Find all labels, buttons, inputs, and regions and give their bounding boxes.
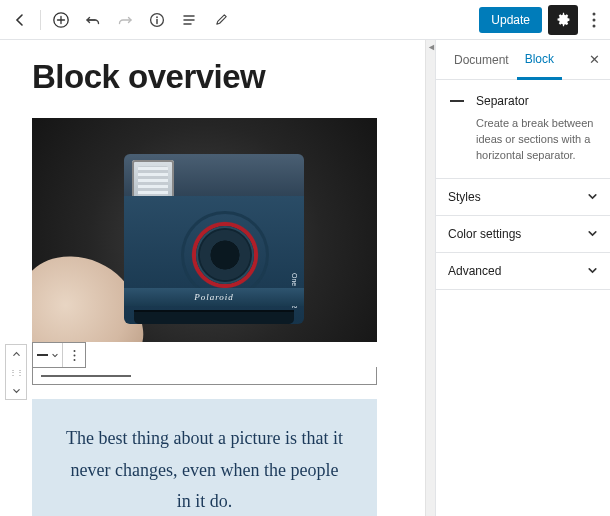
back-icon[interactable]	[6, 6, 34, 34]
image-block[interactable]: One Step 2 Polaroid	[32, 118, 377, 342]
svg-point-6	[73, 350, 75, 352]
move-up-button[interactable]	[6, 345, 26, 363]
block-info-panel: Separator Create a break between ideas o…	[436, 80, 610, 179]
panel-color-settings[interactable]: Color settings	[436, 216, 610, 253]
collapse-sidebar-icon[interactable]: ◄	[427, 42, 436, 52]
block-mover: ⋮⋮	[5, 344, 27, 400]
chevron-down-icon	[587, 228, 598, 239]
info-icon[interactable]	[143, 6, 171, 34]
tab-document[interactable]: Document	[446, 40, 517, 79]
svg-point-7	[73, 354, 75, 356]
separator-line	[41, 375, 131, 377]
chevron-down-icon	[587, 265, 598, 276]
svg-point-2	[156, 16, 158, 18]
update-button[interactable]: Update	[479, 7, 542, 33]
block-more-button[interactable]	[63, 343, 85, 367]
svg-point-3	[593, 12, 596, 15]
close-sidebar-button[interactable]: ✕	[583, 52, 606, 67]
move-down-button[interactable]	[6, 381, 26, 399]
quote-block[interactable]: The best thing about a picture is that i…	[32, 399, 377, 516]
svg-point-5	[593, 24, 596, 27]
more-menu-icon[interactable]	[584, 6, 604, 34]
block-toolbar	[32, 342, 86, 368]
tab-block[interactable]: Block	[517, 41, 562, 80]
separator-icon	[448, 92, 466, 110]
edit-icon[interactable]	[207, 6, 235, 34]
redo-icon[interactable]	[111, 6, 139, 34]
settings-sidebar: Document Block ✕ Separator Create a brea…	[435, 40, 610, 516]
undo-icon[interactable]	[79, 6, 107, 34]
block-name: Separator	[476, 94, 529, 108]
drag-handle-icon[interactable]: ⋮⋮	[6, 363, 26, 381]
svg-point-8	[73, 359, 75, 361]
scrollbar-gutter[interactable]: ◄	[425, 40, 435, 516]
chevron-down-icon	[587, 191, 598, 202]
editor-canvas[interactable]: Block overview One Step 2 Pol	[0, 40, 425, 516]
page-title[interactable]: Block overview	[32, 58, 393, 96]
separator-block[interactable]	[32, 367, 377, 385]
panel-styles[interactable]: Styles	[436, 179, 610, 216]
add-block-icon[interactable]	[47, 6, 75, 34]
block-type-button[interactable]	[33, 343, 63, 367]
svg-point-4	[593, 18, 596, 21]
block-description: Create a break between ideas or sections…	[448, 116, 598, 164]
panel-advanced[interactable]: Advanced	[436, 253, 610, 290]
settings-button[interactable]	[548, 5, 578, 35]
outline-icon[interactable]	[175, 6, 203, 34]
top-toolbar: Update	[0, 0, 610, 40]
sidebar-tabs: Document Block ✕	[436, 40, 610, 80]
